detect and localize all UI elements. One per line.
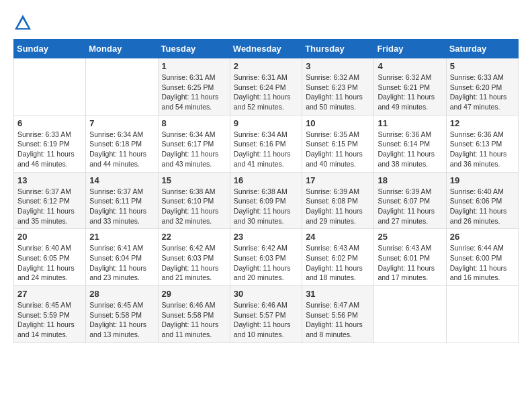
calendar-cell: 13Sunrise: 6:37 AMSunset: 6:12 PMDayligh… <box>14 172 86 229</box>
day-info: Sunrise: 6:45 AMSunset: 5:58 PMDaylight:… <box>89 300 154 340</box>
day-info: Sunrise: 6:41 AMSunset: 6:04 PMDaylight:… <box>89 243 154 283</box>
calendar-cell: 17Sunrise: 6:39 AMSunset: 6:08 PMDayligh… <box>302 172 374 229</box>
day-number: 16 <box>234 175 298 185</box>
day-info: Sunrise: 6:42 AMSunset: 6:03 PMDaylight:… <box>162 243 226 283</box>
day-number: 29 <box>162 289 226 299</box>
calendar-cell: 27Sunrise: 6:45 AMSunset: 5:59 PMDayligh… <box>14 286 86 343</box>
calendar-cell: 7Sunrise: 6:34 AMSunset: 6:18 PMDaylight… <box>86 115 158 172</box>
calendar-cell <box>14 58 86 116</box>
day-number: 7 <box>89 118 154 128</box>
day-number: 18 <box>378 175 442 185</box>
calendar-cell: 22Sunrise: 6:42 AMSunset: 6:03 PMDayligh… <box>158 229 230 286</box>
day-number: 3 <box>306 61 370 71</box>
calendar-cell: 15Sunrise: 6:38 AMSunset: 6:10 PMDayligh… <box>158 172 230 229</box>
calendar-header-row: SundayMondayTuesdayWednesdayThursdayFrid… <box>14 40 519 58</box>
day-number: 30 <box>234 289 298 299</box>
calendar-cell: 26Sunrise: 6:44 AMSunset: 6:00 PMDayligh… <box>446 229 518 286</box>
day-info: Sunrise: 6:36 AMSunset: 6:14 PMDaylight:… <box>378 130 442 169</box>
day-number: 14 <box>89 175 154 185</box>
calendar-cell: 4Sunrise: 6:32 AMSunset: 6:21 PMDaylight… <box>374 58 446 116</box>
calendar-cell <box>446 286 518 343</box>
day-number: 15 <box>162 175 226 185</box>
calendar-cell: 2Sunrise: 6:31 AMSunset: 6:24 PMDaylight… <box>230 58 302 116</box>
day-number: 12 <box>450 118 515 128</box>
day-info: Sunrise: 6:45 AMSunset: 5:59 PMDaylight:… <box>17 300 82 340</box>
calendar-cell <box>374 286 446 343</box>
day-number: 2 <box>234 61 298 71</box>
day-info: Sunrise: 6:43 AMSunset: 6:02 PMDaylight:… <box>306 243 370 283</box>
calendar-cell: 30Sunrise: 6:46 AMSunset: 5:57 PMDayligh… <box>230 286 302 343</box>
day-info: Sunrise: 6:35 AMSunset: 6:15 PMDaylight:… <box>306 130 370 169</box>
day-info: Sunrise: 6:31 AMSunset: 6:24 PMDaylight:… <box>234 73 298 112</box>
day-info: Sunrise: 6:34 AMSunset: 6:17 PMDaylight:… <box>162 130 226 169</box>
day-header-sunday: Sunday <box>14 40 86 58</box>
calendar-cell: 18Sunrise: 6:39 AMSunset: 6:07 PMDayligh… <box>374 172 446 229</box>
day-number: 11 <box>378 118 442 128</box>
calendar-cell: 12Sunrise: 6:36 AMSunset: 6:13 PMDayligh… <box>446 115 518 172</box>
calendar-cell: 16Sunrise: 6:38 AMSunset: 6:09 PMDayligh… <box>230 172 302 229</box>
day-info: Sunrise: 6:32 AMSunset: 6:21 PMDaylight:… <box>378 73 442 112</box>
day-info: Sunrise: 6:32 AMSunset: 6:23 PMDaylight:… <box>306 73 370 112</box>
calendar-cell: 5Sunrise: 6:33 AMSunset: 6:20 PMDaylight… <box>446 58 518 116</box>
day-info: Sunrise: 6:40 AMSunset: 6:06 PMDaylight:… <box>450 187 515 226</box>
day-number: 9 <box>234 118 298 128</box>
calendar-cell: 25Sunrise: 6:43 AMSunset: 6:01 PMDayligh… <box>374 229 446 286</box>
calendar-cell: 1Sunrise: 6:31 AMSunset: 6:25 PMDaylight… <box>158 58 230 116</box>
day-info: Sunrise: 6:33 AMSunset: 6:20 PMDaylight:… <box>450 73 515 112</box>
calendar-cell: 28Sunrise: 6:45 AMSunset: 5:58 PMDayligh… <box>86 286 158 343</box>
day-number: 8 <box>162 118 226 128</box>
day-number: 23 <box>234 232 298 242</box>
calendar-cell: 8Sunrise: 6:34 AMSunset: 6:17 PMDaylight… <box>158 115 230 172</box>
day-info: Sunrise: 6:39 AMSunset: 6:08 PMDaylight:… <box>306 187 370 226</box>
day-info: Sunrise: 6:37 AMSunset: 6:12 PMDaylight:… <box>17 187 82 226</box>
day-number: 10 <box>306 118 370 128</box>
day-number: 6 <box>17 118 82 128</box>
calendar-week-row: 6Sunrise: 6:33 AMSunset: 6:19 PMDaylight… <box>14 115 519 172</box>
day-info: Sunrise: 6:37 AMSunset: 6:11 PMDaylight:… <box>89 187 154 226</box>
logo <box>13 13 35 32</box>
calendar-cell: 19Sunrise: 6:40 AMSunset: 6:06 PMDayligh… <box>446 172 518 229</box>
logo-icon <box>13 13 32 32</box>
day-header-saturday: Saturday <box>446 40 518 58</box>
day-number: 24 <box>306 232 370 242</box>
day-info: Sunrise: 6:39 AMSunset: 6:07 PMDaylight:… <box>378 187 442 226</box>
calendar-week-row: 1Sunrise: 6:31 AMSunset: 6:25 PMDaylight… <box>14 58 519 116</box>
day-number: 28 <box>89 289 154 299</box>
calendar-cell: 20Sunrise: 6:40 AMSunset: 6:05 PMDayligh… <box>14 229 86 286</box>
calendar-cell: 23Sunrise: 6:42 AMSunset: 6:03 PMDayligh… <box>230 229 302 286</box>
calendar-cell: 10Sunrise: 6:35 AMSunset: 6:15 PMDayligh… <box>302 115 374 172</box>
day-header-friday: Friday <box>374 40 446 58</box>
day-number: 1 <box>162 61 226 71</box>
calendar-cell: 21Sunrise: 6:41 AMSunset: 6:04 PMDayligh… <box>86 229 158 286</box>
calendar-cell <box>86 58 158 116</box>
day-number: 20 <box>17 232 82 242</box>
calendar-cell: 9Sunrise: 6:34 AMSunset: 6:16 PMDaylight… <box>230 115 302 172</box>
day-number: 5 <box>450 61 515 71</box>
day-info: Sunrise: 6:36 AMSunset: 6:13 PMDaylight:… <box>450 130 515 169</box>
day-info: Sunrise: 6:47 AMSunset: 5:56 PMDaylight:… <box>306 300 370 340</box>
calendar-cell: 11Sunrise: 6:36 AMSunset: 6:14 PMDayligh… <box>374 115 446 172</box>
calendar-week-row: 20Sunrise: 6:40 AMSunset: 6:05 PMDayligh… <box>14 229 519 286</box>
calendar-week-row: 27Sunrise: 6:45 AMSunset: 5:59 PMDayligh… <box>14 286 519 343</box>
calendar-cell: 31Sunrise: 6:47 AMSunset: 5:56 PMDayligh… <box>302 286 374 343</box>
calendar-cell: 29Sunrise: 6:46 AMSunset: 5:58 PMDayligh… <box>158 286 230 343</box>
day-header-thursday: Thursday <box>302 40 374 58</box>
day-number: 19 <box>450 175 515 185</box>
day-info: Sunrise: 6:44 AMSunset: 6:00 PMDaylight:… <box>450 243 515 283</box>
calendar-cell: 14Sunrise: 6:37 AMSunset: 6:11 PMDayligh… <box>86 172 158 229</box>
page-header <box>13 13 519 32</box>
day-number: 21 <box>89 232 154 242</box>
day-header-tuesday: Tuesday <box>158 40 230 58</box>
day-number: 22 <box>162 232 226 242</box>
day-header-monday: Monday <box>86 40 158 58</box>
calendar-table: SundayMondayTuesdayWednesdayThursdayFrid… <box>13 39 519 343</box>
day-info: Sunrise: 6:43 AMSunset: 6:01 PMDaylight:… <box>378 243 442 283</box>
calendar-cell: 3Sunrise: 6:32 AMSunset: 6:23 PMDaylight… <box>302 58 374 116</box>
day-info: Sunrise: 6:46 AMSunset: 5:57 PMDaylight:… <box>234 300 298 340</box>
day-info: Sunrise: 6:46 AMSunset: 5:58 PMDaylight:… <box>162 300 226 340</box>
calendar-week-row: 13Sunrise: 6:37 AMSunset: 6:12 PMDayligh… <box>14 172 519 229</box>
day-number: 13 <box>17 175 82 185</box>
day-info: Sunrise: 6:34 AMSunset: 6:16 PMDaylight:… <box>234 130 298 169</box>
day-info: Sunrise: 6:38 AMSunset: 6:10 PMDaylight:… <box>162 187 226 226</box>
day-number: 27 <box>17 289 82 299</box>
